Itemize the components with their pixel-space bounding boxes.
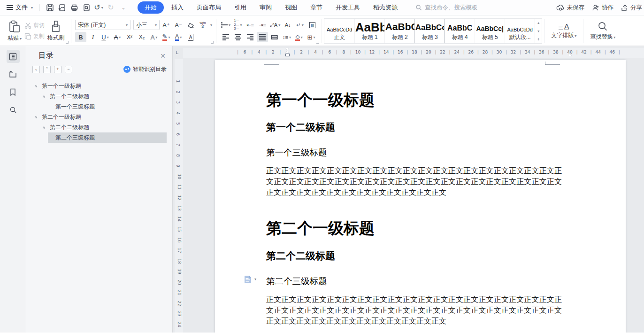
tab-page-layout[interactable]: 页面布局 — [191, 1, 227, 14]
text-layout-button[interactable]: A 文字排版▾ — [548, 22, 579, 40]
undo-button[interactable]: ↺▾ — [92, 2, 105, 13]
cut-button[interactable]: 剪切 — [24, 22, 45, 30]
distribute-button[interactable] — [269, 32, 280, 42]
style-heading5[interactable]: AaBbCc| 标题 5 — [475, 19, 505, 43]
align-left-button[interactable] — [220, 32, 231, 42]
doc-heading3[interactable]: ▾ 第二个三级标题 — [266, 275, 562, 287]
style-heading4[interactable]: AaBbC 标题 4 — [445, 19, 475, 43]
collaborate-button[interactable]: 协作 — [592, 4, 613, 12]
chevron-down-icon[interactable]: ∨ — [43, 94, 47, 98]
tab-stop-selector[interactable]: L — [176, 50, 179, 55]
shading-button[interactable]: ◇▾ — [293, 32, 305, 42]
toc-item[interactable]: ∨第二个一级标题 — [29, 112, 172, 122]
shrink-font-button[interactable]: A⁻ — [173, 20, 184, 30]
text-effects-button[interactable]: A▾ — [148, 32, 160, 42]
document-content[interactable]: 第一个一级标题 第一个二级标题 第一个三级标题 正文正文正文正文正文正文正文正文… — [215, 60, 626, 326]
strikethrough-button[interactable]: A▾ — [112, 32, 123, 42]
save-status[interactable]: 未保存 — [556, 4, 585, 12]
decrease-indent-button[interactable]: ⇤≡ — [245, 20, 256, 30]
style-default-para[interactable]: AaBbCcDd 默认段... — [505, 19, 535, 43]
styles-scroll-down[interactable]: ▼ — [535, 27, 542, 35]
tab-review[interactable]: 审阅 — [254, 1, 277, 14]
tab-developer[interactable]: 开发工具 — [330, 1, 366, 14]
tab-insert[interactable]: 插入 — [166, 1, 189, 14]
subscript-button[interactable]: X₂ — [136, 32, 147, 42]
h-ruler[interactable]: 6422468101214161820222426283032343638404… — [183, 48, 644, 58]
text-direction-button[interactable]: ↵▾ — [294, 20, 306, 30]
italic-button[interactable]: I — [87, 32, 99, 42]
indent-markers[interactable] — [285, 48, 290, 56]
doc-heading2[interactable]: 第一个二级标题 — [266, 121, 562, 134]
style-heading2[interactable]: AaBbC( 标题 2 — [384, 19, 414, 43]
first-line-indent-marker[interactable] — [285, 48, 289, 50]
find-replace-button[interactable]: 查找替换▾ — [587, 20, 618, 42]
file-menu-button[interactable]: 文件 ▾ — [4, 1, 36, 14]
char-border-button[interactable]: A — [185, 32, 196, 42]
font-name-select[interactable]: 宋体 (正文)▾ — [75, 20, 130, 30]
clear-format-button[interactable] — [185, 20, 196, 30]
numbering-button[interactable]: 1—2—3—▾ — [232, 20, 244, 30]
save-button[interactable] — [44, 2, 56, 13]
format-painter-button[interactable]: 格式刷 — [45, 19, 67, 43]
toc-collapse-all-button[interactable]: ⌃ — [43, 66, 51, 73]
toc-item[interactable]: ∨第二个二级标题 — [29, 122, 172, 132]
chevron-down-icon[interactable]: ∨ — [43, 125, 47, 129]
tab-references[interactable]: 引用 — [229, 1, 252, 14]
tab-docer[interactable]: 稻壳资源 — [368, 1, 403, 14]
style-heading3[interactable]: AaBbCc 标题 3 — [414, 19, 445, 43]
hanging-indent-marker[interactable] — [285, 51, 289, 53]
style-heading1[interactable]: AaBb 标题 1 — [354, 19, 384, 43]
v-ruler[interactable]: 1234567891011121314151617181920212223242… — [175, 59, 183, 333]
doc-paragraph[interactable]: 正文正文正文正文正文正文正文正文正文正文正文正文正文正文正文正文正文正文正文正文… — [266, 294, 562, 326]
superscript-button[interactable]: X² — [124, 32, 135, 42]
font-size-select[interactable]: 小三▾ — [133, 20, 160, 30]
chevron-down-icon[interactable]: ∨ — [35, 84, 39, 88]
line-spacing-button[interactable]: ↕≡▾ — [281, 32, 292, 42]
grow-font-button[interactable]: A⁺ — [161, 20, 172, 30]
tab-home[interactable]: 开始 — [138, 1, 164, 14]
toc-promote-button[interactable]: + — [54, 66, 61, 73]
more-commands-button[interactable]: ⌄ — [117, 2, 129, 13]
underline-button[interactable]: U▾ — [100, 32, 111, 42]
char-scale-button[interactable]: ⤢A▾ — [269, 20, 281, 30]
align-right-button[interactable] — [245, 32, 256, 42]
close-icon[interactable]: ✕ — [160, 52, 166, 60]
doc-heading2[interactable]: 第二个二级标题 — [266, 249, 562, 263]
sidebar-bookmark-button[interactable] — [7, 85, 20, 99]
export-pdf-button[interactable] — [56, 2, 68, 13]
share-button[interactable]: 分享 — [621, 4, 642, 12]
document-page[interactable]: 第一个一级标题 第一个二级标题 第一个三级标题 正文正文正文正文正文正文正文正文… — [215, 60, 626, 333]
doc-heading1[interactable]: 第二个一级标题 — [266, 218, 562, 238]
tab-view[interactable]: 视图 — [279, 1, 303, 14]
sidebar-chapter-button[interactable] — [7, 68, 20, 81]
style-normal[interactable]: AaBbCcDd 正文 — [324, 19, 354, 43]
print-preview-button[interactable] — [80, 2, 92, 13]
clipboard-dialog-launcher[interactable] — [66, 41, 69, 44]
font-color-button[interactable]: A▾ — [173, 32, 184, 42]
increase-indent-button[interactable]: ⇥≡ — [257, 20, 268, 30]
borders-button[interactable]: ⊞▾ — [306, 32, 317, 42]
chevron-down-icon[interactable]: ∨ — [35, 115, 39, 119]
sidebar-outline-button[interactable] — [7, 50, 20, 63]
sort-button[interactable]: A↓ — [282, 20, 293, 30]
char-width-button[interactable]: ıııı — [307, 20, 318, 30]
doc-paragraph[interactable]: 正文正文正文正文正文正文正文正文正文正文正文正文正文正文正文正文正文正文正文正文… — [266, 165, 562, 198]
toc-item[interactable]: ∨第一个二级标题 — [29, 91, 172, 101]
align-center-button[interactable] — [232, 32, 244, 42]
styles-expand[interactable]: ⇟ — [535, 35, 542, 43]
copy-button[interactable]: 复制 — [24, 32, 45, 40]
styles-scroll-up[interactable]: ▲ — [535, 19, 542, 27]
print-button[interactable] — [68, 2, 80, 13]
font-dialog-launcher[interactable] — [211, 41, 214, 44]
toc-item[interactable]: 第一个三级标题 — [29, 101, 172, 112]
justify-button[interactable] — [257, 32, 268, 42]
paragraph-dialog-launcher[interactable] — [316, 41, 319, 44]
toc-item[interactable]: ∨第一个一级标题 — [29, 81, 172, 91]
heading-level-button[interactable]: ▾ — [244, 275, 256, 284]
doc-heading1[interactable]: 第一个一级标题 — [266, 90, 562, 109]
phonetic-guide-button[interactable]: wén 文 — [197, 20, 208, 30]
bullets-button[interactable]: ▾ — [220, 20, 231, 30]
smart-toc-button[interactable]: 智能识别目录 — [123, 65, 167, 73]
sidebar-search-button[interactable] — [7, 103, 20, 116]
redo-button[interactable]: ↻ — [105, 2, 117, 13]
